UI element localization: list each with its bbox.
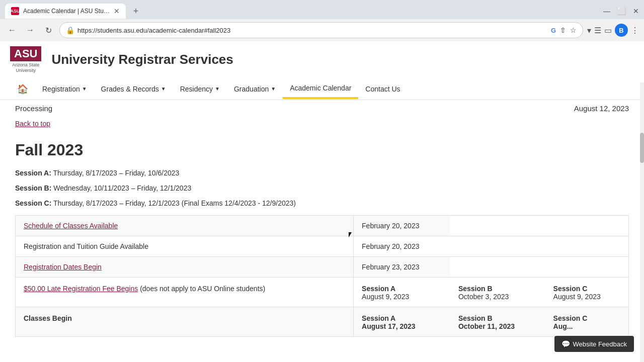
session-a-label: Session A: <box>15 169 51 177</box>
classes-begin-session-b-cell: Session B October 11, 2023 <box>450 307 545 336</box>
table-row: Registration Dates Begin February 23, 20… <box>16 256 629 277</box>
back-button[interactable]: ← <box>5 23 19 37</box>
site-header: ASU Arizona StateUniversity University R… <box>0 41 644 100</box>
table-date-cell: February 20, 2023 <box>354 236 450 256</box>
window-controls: — ⬜ ✕ <box>603 7 644 15</box>
classes-begin-a-date: August 17, 2023 <box>362 322 442 330</box>
main-content: Processing August 12, 2023 Back to top F… <box>0 100 644 347</box>
active-tab[interactable]: ASU Academic Calendar | ASU Studen... ✕ <box>5 4 126 19</box>
tuition-guide-label: Registration and Tuition Guide Available <box>24 242 148 250</box>
lock-icon: 🔒 <box>66 26 74 34</box>
browser-chrome: ASU Academic Calendar | ASU Studen... ✕ … <box>0 0 644 41</box>
browser-tabs: ASU Academic Calendar | ASU Studen... ✕ … <box>0 0 644 19</box>
classes-begin-b-header: Session B <box>458 314 537 322</box>
feedback-label: Website Feedback <box>573 340 627 348</box>
table-event-cell: Schedule of Classes Available <box>16 215 354 236</box>
site-title: University Registrar Services <box>51 52 233 67</box>
tab-title: Academic Calendar | ASU Studen... <box>23 8 111 15</box>
session-c-label: Session C: <box>15 199 51 207</box>
back-to-top-link[interactable]: Back to top <box>15 117 629 136</box>
table-row: $50.00 Late Registration Fee Begins (doe… <box>16 277 629 307</box>
address-bar-icons: G ⇧ ☆ <box>551 26 577 34</box>
nav-home-button[interactable]: 🏠 <box>10 78 35 100</box>
classes-begin-c-header: Session C <box>553 314 620 322</box>
table-row: Registration and Tuition Guide Available… <box>16 236 629 256</box>
asu-logo-box: ASU <box>10 46 41 61</box>
browser-toolbar-icons: ▾ ☰ ▭ B ⋮ <box>587 24 639 37</box>
session-c-dates: Thursday, 8/17/2023 – Friday, 12/1/2023 … <box>53 199 296 207</box>
processing-label: Processing <box>15 104 52 113</box>
classes-begin-session-c-cell: Session C Aug... <box>545 307 629 336</box>
new-tab-button[interactable]: + <box>129 4 143 18</box>
classes-begin-b-date: October 11, 2023 <box>458 322 537 330</box>
nav-registration[interactable]: Registration ▼ <box>35 80 94 98</box>
classes-begin-a-header: Session A <box>362 314 442 322</box>
session-a-header: Session A <box>362 285 442 293</box>
classes-begin-c-date: Aug... <box>553 322 620 330</box>
menu-icon[interactable]: ⋮ <box>631 26 639 35</box>
grades-dropdown-arrow: ▼ <box>161 86 166 92</box>
reload-button[interactable]: ↻ <box>41 23 55 37</box>
table-date-cell: February 20, 2023 <box>354 215 450 236</box>
bookmark-bar-icon[interactable]: ☰ <box>594 26 601 35</box>
classes-begin-label: Classes Begin <box>24 314 72 322</box>
section-title-fall2023: Fall 2023 <box>15 141 629 159</box>
site-header-top: ASU Arizona StateUniversity University R… <box>10 46 634 78</box>
session-b-dates: Wednesday, 10/11/2023 – Friday, 12/1/202… <box>53 184 191 192</box>
profile-avatar[interactable]: B <box>615 24 628 37</box>
nav-academic-calendar[interactable]: Academic Calendar <box>283 79 358 99</box>
session-a-info: Session A: Thursday, 8/17/2023 – Friday,… <box>15 167 629 178</box>
table-date-cell: February 23, 2023 <box>354 256 450 277</box>
schedule-classes-link[interactable]: Schedule of Classes Available <box>24 222 118 230</box>
feedback-icon: 💬 <box>561 340 570 348</box>
registration-dates-link[interactable]: Registration Dates Begin <box>24 263 102 271</box>
maximize-icon[interactable]: ⬜ <box>617 7 626 15</box>
late-fee-link[interactable]: $50.00 Late Registration Fee Begins <box>24 285 138 293</box>
session-a-late-date: August 9, 2023 <box>362 293 442 301</box>
scrollbar[interactable] <box>640 82 644 362</box>
session-c-info: Session C: Thursday, 8/17/2023 – Friday,… <box>15 198 629 209</box>
session-a-dates: Thursday, 8/17/2023 – Friday, 10/6/2023 <box>53 169 179 177</box>
processing-row: Processing August 12, 2023 <box>15 100 629 117</box>
session-c-header: Session C <box>553 285 620 293</box>
bookmark-icon[interactable]: ☆ <box>570 26 577 34</box>
google-icon[interactable]: G <box>551 27 556 34</box>
scrollbar-thumb[interactable] <box>640 133 644 163</box>
close-icon[interactable]: ✕ <box>633 7 639 15</box>
table-multi-date-cell: Session A August 9, 2023 <box>354 277 450 307</box>
share-icon[interactable]: ⇧ <box>560 26 566 34</box>
classes-begin-label-cell: Classes Begin <box>16 307 354 336</box>
graduation-dropdown-arrow: ▼ <box>271 86 276 92</box>
tab-strip-icon[interactable]: ▭ <box>604 26 612 35</box>
session-b-header: Session B <box>458 285 537 293</box>
table-event-cell: $50.00 Late Registration Fee Begins (doe… <box>16 277 354 307</box>
page-content: ASU Arizona StateUniversity University R… <box>0 41 644 362</box>
late-fee-suffix: (does not apply to ASU Online students) <box>140 285 265 293</box>
residency-dropdown-arrow: ▼ <box>215 86 220 92</box>
nav-contact-us[interactable]: Contact Us <box>358 80 407 98</box>
site-nav: 🏠 Registration ▼ Grades & Records ▼ Resi… <box>10 78 634 100</box>
classes-begin-session-a-cell: Session A August 17, 2023 <box>354 307 450 336</box>
asu-logo: ASU Arizona StateUniversity <box>10 46 41 73</box>
browser-toolbar: ← → ↻ 🔒 https://students.asu.edu/academi… <box>0 19 644 41</box>
nav-grades-records[interactable]: Grades & Records ▼ <box>94 80 173 98</box>
session-b-label: Session B: <box>15 184 51 192</box>
registration-dropdown-arrow: ▼ <box>82 86 87 92</box>
forward-button[interactable]: → <box>23 23 37 37</box>
nav-graduation[interactable]: Graduation ▼ <box>227 80 283 98</box>
calendar-table: Schedule of Classes Available February 2… <box>15 215 629 337</box>
address-bar[interactable]: 🔒 https://students.asu.edu/academic-cale… <box>59 22 583 38</box>
table-multi-date-cell-b: Session B October 3, 2023 <box>450 277 545 307</box>
processing-date: August 12, 2023 <box>574 104 629 113</box>
session-c-late-date: August 9, 2023 <box>553 293 620 301</box>
table-event-cell: Registration Dates Begin <box>16 256 354 277</box>
asu-logo-text: Arizona StateUniversity <box>12 62 39 73</box>
close-tab-icon[interactable]: ✕ <box>114 7 120 15</box>
nav-residency[interactable]: Residency ▼ <box>173 80 227 98</box>
minimize-icon[interactable]: — <box>603 7 610 15</box>
tab-favicon: ASU <box>11 7 19 15</box>
website-feedback-button[interactable]: 💬 Website Feedback <box>554 336 634 352</box>
session-b-info: Session B: Wednesday, 10/11/2023 – Frida… <box>15 183 629 194</box>
extensions-icon[interactable]: ▾ <box>587 26 591 35</box>
table-multi-date-cell-c: Session C August 9, 2023 <box>545 277 629 307</box>
